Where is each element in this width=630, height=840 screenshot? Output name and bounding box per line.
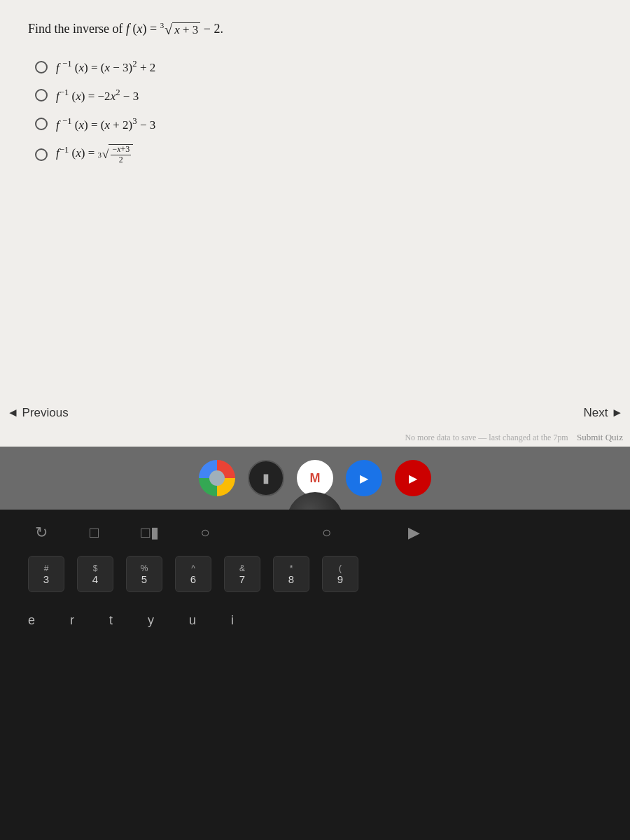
- meet-icon[interactable]: ▶: [346, 460, 382, 496]
- radio-2[interactable]: [35, 89, 48, 102]
- option-1[interactable]: f −1 (x) = (x − 3)2 + 2: [35, 59, 602, 75]
- keyboard-area: ↻ □ □▮ ○ ○ ▶ # 3 $ 4 % 5 ^ 6 & 7: [0, 510, 630, 840]
- next-button[interactable]: Next ►: [583, 406, 623, 420]
- taskbar: ▮ M ▶ ▶ hp: [0, 447, 630, 510]
- circle-icon-1[interactable]: ○: [201, 524, 210, 542]
- key-percent-5[interactable]: % 5: [126, 556, 162, 592]
- question-text: Find the inverse of f (x) = 3√x + 3 − 2.: [28, 21, 602, 38]
- radio-1[interactable]: [35, 61, 48, 74]
- volume-icon[interactable]: ▶: [408, 524, 420, 542]
- camera-icon[interactable]: ▮: [248, 460, 284, 496]
- key-hash-3[interactable]: # 3: [28, 556, 64, 592]
- refresh-icon[interactable]: ↻: [35, 524, 48, 542]
- radio-4[interactable]: [35, 148, 48, 161]
- answer-options: f −1 (x) = (x − 3)2 + 2 f−1 (x) = −2x2 −…: [35, 59, 602, 164]
- letter-row: e r t y u i: [21, 613, 609, 628]
- key-caret-6[interactable]: ^ 6: [175, 556, 211, 592]
- key-i[interactable]: i: [231, 613, 234, 628]
- option-4-label: f−1 (x) = 3√−x+32: [56, 144, 133, 164]
- submit-hint-text: No more data to save — last changed at t…: [405, 433, 574, 442]
- key-t[interactable]: t: [109, 613, 113, 628]
- option-2-label: f−1 (x) = −2x2 − 3: [56, 88, 139, 104]
- key-dollar-4[interactable]: $ 4: [77, 556, 113, 592]
- circle-icon-2[interactable]: ○: [322, 524, 331, 542]
- key-e[interactable]: e: [28, 613, 35, 628]
- key-y[interactable]: y: [148, 613, 154, 628]
- gmail-icon[interactable]: M: [297, 460, 333, 496]
- youtube-icon[interactable]: ▶: [395, 460, 431, 496]
- key-u[interactable]: u: [189, 613, 196, 628]
- radio-3[interactable]: [35, 118, 48, 130]
- option-4[interactable]: f−1 (x) = 3√−x+32: [35, 144, 602, 164]
- option-3-label: f −1 (x) = (x + 2)3 − 3: [56, 116, 155, 132]
- submit-quiz-link[interactable]: Submit Quiz: [577, 432, 623, 442]
- nav-row: ◄ Previous Next ►: [0, 392, 630, 430]
- submit-hint-area: No more data to save — last changed at t…: [0, 430, 630, 447]
- split-window-icon[interactable]: □▮: [141, 524, 158, 542]
- chrome-icon[interactable]: [199, 460, 235, 496]
- key-r[interactable]: r: [70, 613, 74, 628]
- option-2[interactable]: f−1 (x) = −2x2 − 3: [35, 88, 602, 104]
- previous-button[interactable]: ◄ Previous: [7, 406, 69, 420]
- option-3[interactable]: f −1 (x) = (x + 2)3 − 3: [35, 116, 602, 132]
- number-row: # 3 $ 4 % 5 ^ 6 & 7 * 8 ( 9: [28, 556, 609, 592]
- quiz-container: Find the inverse of f (x) = 3√x + 3 − 2.…: [0, 0, 630, 392]
- window-icon[interactable]: □: [90, 524, 99, 542]
- system-icons-row: ↻ □ □▮ ○ ○ ▶: [21, 524, 609, 542]
- key-amp-7[interactable]: & 7: [224, 556, 260, 592]
- key-paren-9[interactable]: ( 9: [322, 556, 358, 592]
- option-1-label: f −1 (x) = (x − 3)2 + 2: [56, 59, 155, 75]
- key-star-8[interactable]: * 8: [273, 556, 309, 592]
